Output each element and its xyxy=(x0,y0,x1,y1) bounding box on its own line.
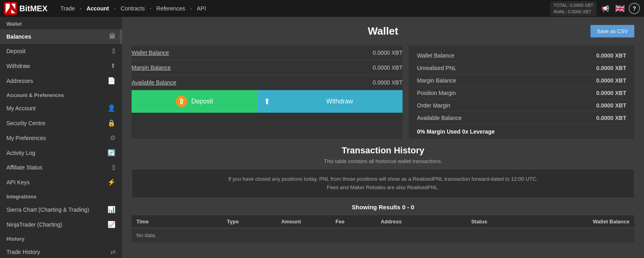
deposit-icon: ₿ xyxy=(112,47,116,55)
wallet-header: Wallet Save as CSV xyxy=(132,25,634,37)
balance-info: TOTAL: 0.0000 XBT AVAIL: 0.0000 XBT xyxy=(550,1,597,16)
affiliate-status-label: Affiliate Status xyxy=(6,164,109,171)
sidebar-item-deposit[interactable]: Deposit ₿ xyxy=(0,44,122,58)
r-position-margin-label: Position Margin xyxy=(417,90,456,96)
th-type: Type xyxy=(227,219,281,225)
r-order-margin-label: Order Margin xyxy=(417,102,450,109)
r-unrealised-pnl-value: 0.0000 XBT xyxy=(596,65,626,71)
r-wallet-balance-value: 0.0000 XBT xyxy=(596,52,626,59)
top-nav: BitMEX Trade ● Account ● Contracts ● Ref… xyxy=(0,0,644,17)
deposit-label: Deposit xyxy=(6,48,109,54)
right-balance-table: Wallet Balance 0.0000 XBT Unrealised PNL… xyxy=(409,45,634,139)
my-preferences-label: My Preferences xyxy=(6,135,107,141)
nav-account[interactable]: Account xyxy=(82,5,114,12)
info-box: If you have closed any positions today, … xyxy=(132,169,634,198)
sidebar-item-trade-history[interactable]: Trade History ⇄ xyxy=(0,244,122,258)
available-balance-label: Available Balance xyxy=(132,79,176,86)
activity-log-label: Activity Log xyxy=(6,150,104,156)
withdraw-icon: ⬆ xyxy=(110,62,116,70)
total-balance: TOTAL: 0.0000 XBT xyxy=(553,2,593,9)
api-keys-icon: ⚡ xyxy=(107,178,116,186)
th-time: Time xyxy=(136,219,227,225)
info-line1: If you have closed any positions today, … xyxy=(140,175,626,184)
sidebar-item-affiliate-status[interactable]: Affiliate Status ₿ xyxy=(0,160,122,175)
sierra-chart-icon: 📊 xyxy=(107,206,116,213)
page-title: Wallet xyxy=(299,25,466,37)
sierra-chart-label: Sierra Chart (Charting & Trading) xyxy=(6,206,104,213)
sidebar-item-my-account[interactable]: My Account 👤 xyxy=(0,101,122,116)
withdraw-button[interactable]: Withdraw xyxy=(277,90,403,113)
addresses-label: Addresses xyxy=(6,78,104,84)
announcement-icon[interactable]: 📢 xyxy=(600,3,611,14)
r-available-balance-value: 0.0000 XBT xyxy=(596,115,626,121)
deposit-button[interactable]: ₿ Deposit xyxy=(132,90,258,113)
sidebar-item-sierra-chart[interactable]: Sierra Chart (Charting & Trading) 📊 xyxy=(0,202,122,217)
available-balance-value: 0.0000 XBT xyxy=(373,79,402,86)
r-margin-balance-label: Margin Balance xyxy=(417,77,456,84)
affiliate-icon: ₿ xyxy=(112,164,116,171)
history-section-header: History xyxy=(0,232,122,244)
active-arrow xyxy=(118,33,122,41)
r-available-balance-row: Available Balance 0.0000 XBT xyxy=(417,112,626,124)
table-header: Time Type Amount Fee Address Status Wall… xyxy=(132,215,634,228)
nav-items: Trade ● Account ● Contracts ● References… xyxy=(56,5,550,12)
trade-history-icon: ⇄ xyxy=(110,248,116,256)
th-amount: Amount xyxy=(281,219,336,225)
r-order-margin-row: Order Margin 0.0000 XBT xyxy=(417,99,626,112)
integrations-section-header: Integrations xyxy=(0,190,122,202)
sidebar-item-addresses[interactable]: Addresses 📄 xyxy=(0,73,122,88)
balance-section: Wallet Balance 0.0000 XBT Margin Balance… xyxy=(132,45,634,139)
transaction-title: Transaction History xyxy=(132,145,634,156)
nav-references[interactable]: References xyxy=(152,5,190,12)
sidebar-item-api-keys[interactable]: API Keys ⚡ xyxy=(0,175,122,190)
r-order-margin-value: 0.0000 XBT xyxy=(596,102,626,109)
th-address: Address xyxy=(381,219,471,225)
avail-balance: AVAIL: 0.0000 XBT xyxy=(553,8,593,15)
deposit-btc-icon: ₿ xyxy=(176,96,187,107)
logo[interactable]: BitMEX xyxy=(4,2,47,15)
wallet-balance-row: Wallet Balance 0.0000 XBT xyxy=(132,45,402,60)
main-content: Wallet Save as CSV Wallet Balance 0.0000… xyxy=(122,17,644,258)
sidebar-item-activity-log[interactable]: Activity Log 🔄 xyxy=(0,145,122,160)
withdraw-label: Withdraw xyxy=(6,63,107,69)
r-wallet-balance-row: Wallet Balance 0.0000 XBT xyxy=(417,50,626,62)
r-unrealised-pnl-row: Unrealised PNL 0.0000 XBT xyxy=(417,62,626,74)
sidebar-item-withdraw[interactable]: Withdraw ⬆ xyxy=(0,58,122,73)
main-layout: Wallet Balances 🏛 Deposit ₿ Withdraw ⬆ A… xyxy=(0,17,644,258)
balances-icon: 🏛 xyxy=(109,33,116,40)
trade-history-label: Trade History xyxy=(6,249,107,255)
language-flag-icon[interactable]: 🇬🇧 xyxy=(614,3,625,14)
help-icon[interactable]: ? xyxy=(629,3,640,14)
my-account-label: My Account xyxy=(6,105,104,111)
th-wallet-balance: Wallet Balance xyxy=(539,219,630,225)
th-fee: Fee xyxy=(335,219,380,225)
logo-text: BitMEX xyxy=(19,4,47,13)
nav-contracts[interactable]: Contracts xyxy=(116,5,150,12)
security-icon: 🔒 xyxy=(107,119,116,127)
r-position-margin-value: 0.0000 XBT xyxy=(596,90,626,96)
r-margin-balance-row: Margin Balance 0.0000 XBT xyxy=(417,74,626,87)
preferences-icon: ⚙ xyxy=(110,134,116,142)
deposit-btn-label: Deposit xyxy=(191,98,213,105)
sidebar: Wallet Balances 🏛 Deposit ₿ Withdraw ⬆ A… xyxy=(0,17,122,258)
sidebar-item-security-centre[interactable]: Security Centre 🔒 xyxy=(0,116,122,130)
margin-used-text: 0% Margin Used 0x Leverage xyxy=(417,124,626,135)
save-csv-button[interactable]: Save as CSV xyxy=(590,25,634,37)
sidebar-item-ninjatrader[interactable]: NinjaTrader (Charting) 📈 xyxy=(0,217,122,232)
addresses-icon: 📄 xyxy=(107,77,116,85)
nav-api[interactable]: API xyxy=(192,5,211,12)
margin-balance-label: Margin Balance xyxy=(132,64,171,71)
transaction-section: Transaction History This table contains … xyxy=(132,145,634,242)
sidebar-item-my-preferences[interactable]: My Preferences ⚙ xyxy=(0,130,122,145)
wallet-section-header: Wallet xyxy=(0,17,122,29)
th-status: Status xyxy=(471,219,539,225)
balances-label: Balances xyxy=(6,33,106,40)
sidebar-item-balances[interactable]: Balances 🏛 xyxy=(0,29,122,44)
r-margin-balance-value: 0.0000 XBT xyxy=(596,77,626,84)
available-balance-row: Available Balance 0.0000 XBT xyxy=(132,75,402,90)
margin-balance-row: Margin Balance 0.0000 XBT xyxy=(132,60,402,75)
info-line2: Fees and Maker Rebates are also Realised… xyxy=(140,184,626,192)
r-available-balance-label: Available Balance xyxy=(417,115,462,121)
wallet-balance-value: 0.0000 XBT xyxy=(373,50,402,56)
nav-trade[interactable]: Trade xyxy=(56,5,80,12)
